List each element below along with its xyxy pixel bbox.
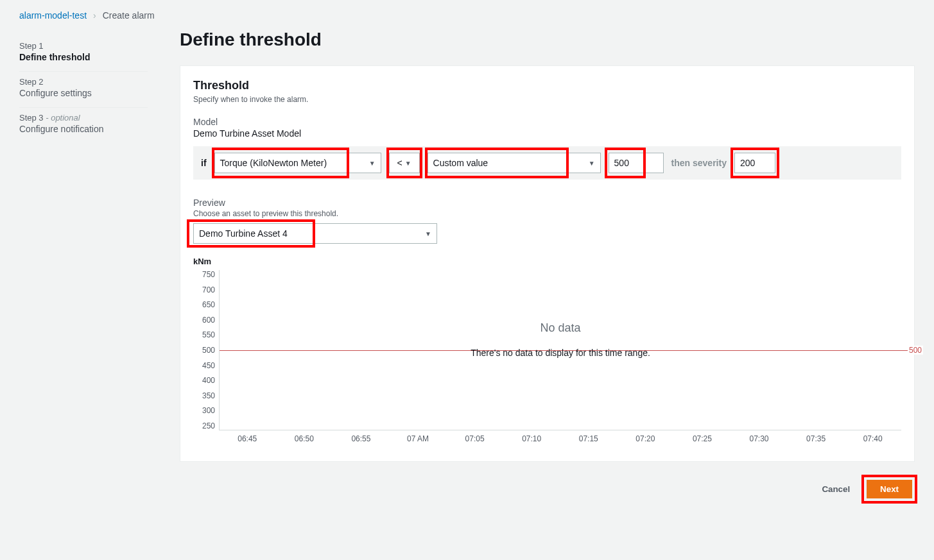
threshold-value-input[interactable]: 500 <box>609 153 664 173</box>
preview-desc: Choose an asset to preview this threshol… <box>193 209 901 218</box>
no-data-title: No data <box>540 321 580 334</box>
step-2[interactable]: Step 2 Configure settings <box>19 72 148 108</box>
model-value: Demo Turbine Asset Model <box>193 128 901 139</box>
breadcrumb-current: Create alarm <box>103 10 155 21</box>
severity-value-input[interactable]: 200 <box>734 153 775 173</box>
step-title: Configure settings <box>19 88 148 98</box>
threshold-heading: Threshold <box>193 79 901 92</box>
no-data-message: There's no data to display for this time… <box>471 348 650 358</box>
compare-type-select[interactable]: Custom value ▼ <box>428 153 601 173</box>
wizard-actions: Cancel Next <box>180 477 915 501</box>
preview-asset-select[interactable]: Demo Turbine Asset 4 ▼ <box>193 223 437 244</box>
if-keyword: if <box>201 158 207 168</box>
page-title: Define threshold <box>180 30 915 50</box>
cancel-button[interactable]: Cancel <box>819 479 852 499</box>
preview-chart: kNm 750 700 650 600 550 500 450 400 350 <box>193 257 901 443</box>
operator-select-value: < <box>397 158 402 168</box>
model-label: Model <box>193 117 901 127</box>
next-button[interactable]: Next <box>867 480 912 498</box>
chart-y-axis: 750 700 650 600 550 500 450 400 350 300 … <box>193 270 219 430</box>
step-title: Configure notification <box>19 124 148 134</box>
threshold-panel: Threshold Specify when to invoke the ala… <box>180 65 915 462</box>
threshold-desc: Specify when to invoke the alarm. <box>193 95 901 104</box>
chart-plot-area: 500 No data There's no data to display f… <box>219 270 901 430</box>
step-3[interactable]: Step 3 - optional Configure notification <box>19 108 148 143</box>
threshold-line-label: 500 <box>908 345 923 354</box>
step-1[interactable]: Step 1 Define threshold <box>19 36 148 72</box>
preview-label: Preview <box>193 198 901 208</box>
chart-x-axis: 06:45 06:50 06:55 07 AM 07:05 07:10 07:1… <box>219 434 901 443</box>
breadcrumb-root-link[interactable]: alarm-model-test <box>19 10 87 21</box>
caret-down-icon: ▼ <box>405 160 411 167</box>
chevron-right-icon: › <box>93 10 96 21</box>
caret-down-icon: ▼ <box>425 230 431 237</box>
step-title: Define threshold <box>19 52 148 62</box>
step-num: Step 2 <box>19 77 148 87</box>
step-num: Step 3 - optional <box>19 113 148 123</box>
compare-type-value: Custom value <box>433 158 489 168</box>
severity-label: then severity <box>671 158 727 168</box>
property-select-value: Torque (KiloNewton Meter) <box>220 158 327 168</box>
property-select[interactable]: Torque (KiloNewton Meter) ▼ <box>214 153 381 173</box>
operator-select[interactable]: < ▼ <box>389 153 420 173</box>
chart-y-unit: kNm <box>193 257 901 266</box>
preview-asset-value: Demo Turbine Asset 4 <box>199 228 288 239</box>
step-num: Step 1 <box>19 41 148 51</box>
threshold-rule-row: if Torque (KiloNewton Meter) ▼ < ▼ <box>193 146 901 180</box>
caret-down-icon: ▼ <box>589 160 595 167</box>
breadcrumb: alarm-model-test › Create alarm <box>19 6 915 23</box>
wizard-sidebar: Step 1 Define threshold Step 2 Configure… <box>19 23 148 501</box>
caret-down-icon: ▼ <box>369 160 376 167</box>
